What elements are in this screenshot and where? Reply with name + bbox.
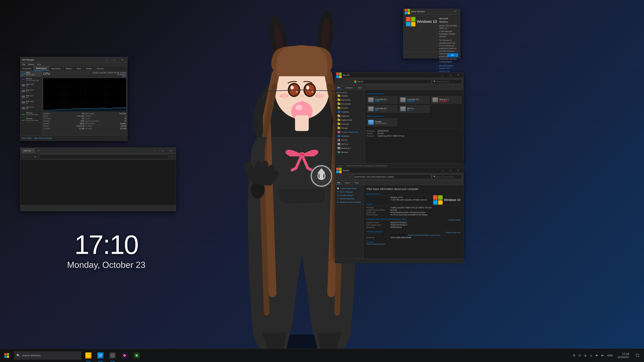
taskbar-item-file-explorer[interactable] xyxy=(82,349,94,362)
cp-read-more-link[interactable]: Read the Microsoft Software License Term… xyxy=(408,234,440,236)
cp-close[interactable]: ✕ xyxy=(454,168,462,173)
start-button[interactable] xyxy=(0,349,14,362)
cp-sidebar-home[interactable]: 🏠 Control Panel Home xyxy=(335,187,363,190)
cp-maximize[interactable]: □ xyxy=(446,168,454,173)
tm-sidebar-memory[interactable]: Memory 11,163.6 MB (73%) xyxy=(20,77,42,82)
browser-close[interactable]: ✕ xyxy=(167,148,174,153)
fe-up[interactable]: ↑ xyxy=(347,79,352,84)
about-ok-button[interactable]: OK xyxy=(447,53,458,57)
cp-ribbon-view[interactable]: View xyxy=(354,182,360,184)
fewer-details-btn[interactable]: Fewer details xyxy=(22,137,32,139)
cp-minimize[interactable]: ─ xyxy=(439,168,446,173)
browser-maximize[interactable]: □ xyxy=(159,148,167,153)
tm-sidebar-disk2[interactable]: Disk 2 (C:) 1% xyxy=(20,94,42,99)
close-button[interactable]: ✕ xyxy=(451,9,459,14)
browser-forward[interactable]: → xyxy=(27,154,32,159)
fe-sidebar-downloads[interactable]: Downloads xyxy=(335,98,365,102)
tm-menu-options[interactable]: Options xyxy=(27,62,36,66)
fe-drive-f[interactable]: Local Disk (F:) xyxy=(367,105,398,113)
fe-sidebar-digital-art[interactable]: Digital Art xyxy=(335,114,365,118)
browser-back[interactable]: ← xyxy=(22,154,26,159)
tray-icon-1[interactable] xyxy=(572,353,576,358)
cp-sidebar-device-manager[interactable]: ⚙ Device Manager xyxy=(335,190,363,194)
cp-forward[interactable]: → xyxy=(342,174,346,179)
battery-tray-icon[interactable] xyxy=(600,353,605,358)
tm-tab-details[interactable]: Details xyxy=(84,66,94,71)
browser-settings[interactable]: ⋯ xyxy=(170,154,174,159)
cp-ribbon-file[interactable]: File xyxy=(336,181,341,184)
fe-ribbon-computer[interactable]: Computer xyxy=(344,86,354,89)
fe-sidebar-documents[interactable]: Documents xyxy=(335,102,365,106)
fe-sidebar-drawings[interactable]: Drawings xyxy=(335,122,365,126)
fe-sidebar-onedrive2[interactable]: OneDrive xyxy=(335,134,365,138)
fe-sidebar-onedrive[interactable]: OneDrive xyxy=(335,110,365,114)
browser-minimize[interactable]: ─ xyxy=(152,148,159,153)
fe-sidebar-art-drive[interactable]: ART (L:) xyxy=(335,142,365,146)
volume-tray-icon[interactable] xyxy=(594,353,599,358)
action-center-button[interactable] xyxy=(633,349,642,362)
fe-sidebar-pictures[interactable]: Pictures xyxy=(335,106,365,110)
fe-drive-c[interactable]: Local Disk (C:) xyxy=(367,96,398,104)
fe-sidebar-this-pc[interactable]: This PC xyxy=(335,138,365,142)
windows-use-link[interactable]: Windows User xyxy=(439,70,450,72)
tm-tab-users[interactable]: Users xyxy=(74,66,84,71)
cp-ribbon-home[interactable]: Home xyxy=(344,182,351,184)
tm-tab-startup[interactable]: Startup xyxy=(63,66,74,71)
cp-security-link[interactable]: Security and Maintenance xyxy=(366,243,460,245)
tm-minimize[interactable]: ─ xyxy=(103,57,110,62)
fe-sidebar-network[interactable]: Network xyxy=(335,150,365,154)
tm-tab-apphistory[interactable]: App history xyxy=(49,66,63,71)
language-indicator[interactable]: ENG xyxy=(606,354,614,357)
taskbar-item-taskmanager[interactable] xyxy=(107,349,118,362)
fe-network-storage[interactable]: Storage \\ANDROMEDA xyxy=(367,118,397,126)
fe-ribbon-view[interactable]: View xyxy=(357,86,363,89)
tm-sidebar-disk1[interactable]: Disk 1 (F:) 0% xyxy=(20,88,42,94)
browser-refresh[interactable]: ↻ xyxy=(33,154,38,159)
taskbar-search-bar[interactable]: 🔍 Search Windows xyxy=(14,351,81,360)
fe-sidebar-digital-anime[interactable]: Digital-Anime xyxy=(335,118,365,122)
taskbar-clock[interactable]: 17:10 10/23/2017 xyxy=(616,352,630,359)
tm-maximize[interactable]: □ xyxy=(110,57,118,62)
tm-sidebar-disk3[interactable]: Disk 3 (G:) 0% xyxy=(20,99,42,105)
cp-sidebar-remote[interactable]: 🖥 Remote settings xyxy=(335,194,363,197)
cp-change-settings-link[interactable]: Change settings xyxy=(448,219,460,221)
fe-ribbon-file[interactable]: File xyxy=(336,86,341,89)
tm-close[interactable]: ✕ xyxy=(118,57,126,62)
browser-tab-newtab[interactable]: New Tab × xyxy=(22,148,35,153)
tm-menu-file[interactable]: File xyxy=(21,62,27,66)
tray-icon-2[interactable] xyxy=(578,353,582,358)
taskbar-item-edge[interactable] xyxy=(94,349,106,362)
cp-change-key-link[interactable]: Change product key xyxy=(445,232,460,233)
tm-tab-performance[interactable]: Performance xyxy=(34,66,49,71)
cp-address-bar[interactable]: Control Panel > All Control Panel Items … xyxy=(352,175,431,179)
tm-tab-processes[interactable]: Processes xyxy=(20,66,34,71)
new-tab-btn[interactable]: + xyxy=(36,148,42,153)
cp-up[interactable]: ↑ xyxy=(347,174,352,179)
cp-sidebar-advanced[interactable]: ⚙ Advanced system settings xyxy=(335,200,363,204)
fe-search-box[interactable]: 🔍 Search This PC xyxy=(432,79,462,84)
cp-search-box[interactable]: 🔍 Search Control Panel xyxy=(432,175,462,179)
taskbar-item-app2[interactable] xyxy=(131,349,142,362)
fe-address-bar[interactable]: This PC xyxy=(352,79,431,84)
tm-sidebar-cpu[interactable]: CPU 6% 3.31 GHz xyxy=(20,71,42,77)
fe-minimize[interactable]: ─ xyxy=(439,72,446,78)
network-tray-icon[interactable] xyxy=(589,353,594,358)
fe-sidebar-desktop[interactable]: Desktop xyxy=(335,94,365,98)
fe-drive-d[interactable]: Local Disk (D:) xyxy=(399,96,430,104)
ms-license-link[interactable]: Microsoft Software License Terms xyxy=(439,65,453,69)
open-resource-monitor-btn[interactable]: Open Resource Monitor xyxy=(34,137,52,139)
browser-address-bar[interactable] xyxy=(39,155,169,159)
tm-sidebar-disk0[interactable]: Disk 0 (D:) 0% xyxy=(20,82,42,88)
fe-sidebar-cc-files[interactable]: Creative Cloud Files xyxy=(335,130,365,134)
cp-back[interactable]: ← xyxy=(336,174,341,179)
fe-forward[interactable]: → xyxy=(342,79,346,84)
tm-menu-view[interactable]: View xyxy=(36,62,42,66)
fe-sidebar-backup-drive[interactable]: Backup (L:) xyxy=(335,146,365,150)
browser-tab-close[interactable]: × xyxy=(32,150,33,151)
tray-icon-3[interactable] xyxy=(583,353,588,358)
cp-sidebar-system-protection[interactable]: 🛡 System protection xyxy=(335,197,363,200)
taskbar-item-app1[interactable] xyxy=(119,349,130,362)
fe-drive-backup[interactable]: Backup (L:) xyxy=(431,96,462,104)
tm-sidebar-disk4[interactable]: Disk 4 (L:) 0% xyxy=(20,105,42,111)
fe-close[interactable]: ✕ xyxy=(454,72,462,78)
